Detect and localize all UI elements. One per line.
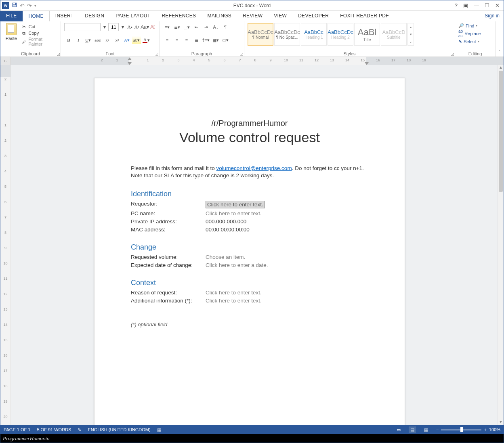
field-expected-date[interactable]: Click here to enter a date. xyxy=(206,262,268,268)
strikethrough-button[interactable]: abc xyxy=(93,36,102,44)
view-read-mode-icon[interactable]: ▭ xyxy=(395,426,402,433)
multilevel-list-icon[interactable]: ⬚▾ xyxy=(182,23,191,31)
zoom-in-icon[interactable]: + xyxy=(484,427,486,432)
grow-font-icon[interactable]: A▴ xyxy=(127,23,133,31)
italic-button[interactable]: I xyxy=(74,36,83,44)
clipboard-dialog-launcher-icon[interactable]: ◿ xyxy=(57,52,60,56)
format-painter-button[interactable]: 🖌 Format Painter xyxy=(21,37,57,46)
paragraph-dialog-launcher-icon[interactable]: ◿ xyxy=(240,52,243,56)
increase-indent-icon[interactable]: ⇥ xyxy=(202,23,210,31)
redo-icon[interactable]: ↷ xyxy=(27,2,32,9)
show-paragraph-marks-icon[interactable]: ¶ xyxy=(221,23,230,31)
style-title[interactable]: AaBlTitle xyxy=(354,23,380,46)
style-no-spacing[interactable]: AaBbCcDc¶ No Spac... xyxy=(274,23,300,46)
font-dialog-launcher-icon[interactable]: ◿ xyxy=(155,52,158,56)
decrease-indent-icon[interactable]: ⇤ xyxy=(192,23,201,31)
field-additional-info[interactable]: Click here to enter text. xyxy=(206,298,262,304)
copy-button[interactable]: ⧉ Copy xyxy=(21,30,57,36)
font-size-dropdown-icon[interactable]: ▾ xyxy=(120,23,126,31)
email-link[interactable]: volumecontrol@enterprise.com xyxy=(216,165,292,171)
cut-button[interactable]: ✂ Cut xyxy=(21,24,57,29)
tab-insert[interactable]: INSERT xyxy=(50,11,80,21)
tab-design[interactable]: DESIGN xyxy=(79,11,110,21)
scroll-thumb[interactable] xyxy=(499,71,503,192)
status-language[interactable]: ENGLISH (UNITED KINGDOM) xyxy=(88,427,150,432)
numbering-icon[interactable]: ≣▾ xyxy=(172,23,181,31)
justify-icon[interactable]: ≣ xyxy=(192,36,201,44)
tab-home[interactable]: HOME xyxy=(23,11,50,21)
status-proofing-icon[interactable]: ✎ xyxy=(78,427,81,433)
scroll-down-icon[interactable]: ▼ xyxy=(498,420,504,425)
highlight-icon[interactable]: ab▾ xyxy=(132,36,141,44)
tab-selector[interactable]: L xyxy=(0,57,11,65)
shrink-font-icon[interactable]: A▾ xyxy=(134,23,140,31)
field-reason[interactable]: Click here to enter text. xyxy=(206,290,262,296)
vertical-ruler[interactable]: 211234567891011121314151617181920 xyxy=(0,65,11,425)
styles-more-icon[interactable]: ▴▾⌄ xyxy=(407,23,414,46)
hanging-indent-icon[interactable] xyxy=(128,62,132,65)
tab-file[interactable]: FILE xyxy=(0,11,23,21)
field-pc-name[interactable]: Click here to enter text. xyxy=(206,210,262,216)
tab-developer[interactable]: DEVELOPER xyxy=(292,11,334,21)
document-canvas[interactable]: /r/ProgrammerHumor Volume control reques… xyxy=(11,65,498,425)
subscript-button[interactable]: x2 xyxy=(103,36,112,44)
style-subtitle[interactable]: AaBbCcDSubtitle xyxy=(381,23,407,46)
borders-icon[interactable]: ▭▾ xyxy=(221,36,230,44)
horizontal-ruler[interactable]: 2112345678910111213141516171819 xyxy=(11,57,504,65)
clear-formatting-icon[interactable]: A⃠ xyxy=(150,23,156,31)
font-name-dropdown-icon[interactable]: ▾ xyxy=(101,23,107,31)
collapse-ribbon-icon[interactable]: ˆ xyxy=(496,50,504,57)
tab-references[interactable]: REFERENCES xyxy=(156,11,202,21)
view-print-layout-icon[interactable]: ▤ xyxy=(409,426,416,433)
zoom-percent[interactable]: 100% xyxy=(489,427,500,432)
status-macros-icon[interactable]: ▦ xyxy=(157,427,161,433)
field-requestor[interactable]: Click here to enter text. xyxy=(206,201,265,208)
sign-in-link[interactable]: Sign in xyxy=(481,11,504,21)
bullets-icon[interactable]: ≡▾ xyxy=(163,23,172,31)
zoom-slider[interactable] xyxy=(441,429,481,430)
change-case-icon[interactable]: Aa▾ xyxy=(141,23,149,31)
replace-button[interactable]: abacReplace xyxy=(458,29,492,38)
undo-icon[interactable]: ↶ xyxy=(20,2,25,9)
minimize-icon[interactable]: — xyxy=(474,2,479,8)
find-button[interactable]: 🔎Find▾ xyxy=(458,23,492,28)
view-web-layout-icon[interactable]: ▦ xyxy=(422,426,430,433)
style-heading-1[interactable]: AaBbCcHeading 1 xyxy=(301,23,327,46)
status-words[interactable]: 5 OF 91 WORDS xyxy=(37,427,71,432)
bold-button[interactable]: B xyxy=(64,36,73,44)
shading-icon[interactable]: ▦▾ xyxy=(211,36,220,44)
styles-dialog-launcher-icon[interactable]: ◿ xyxy=(451,52,454,56)
vertical-scrollbar[interactable]: ▲ ▼ xyxy=(498,65,504,425)
word-app-icon[interactable]: W xyxy=(2,2,9,9)
font-color-icon[interactable]: A▾ xyxy=(142,36,151,44)
qat-customize-icon[interactable]: ▾ xyxy=(34,4,36,8)
select-button[interactable]: ⬉Select▾ xyxy=(458,39,492,44)
align-left-icon[interactable]: ≡ xyxy=(163,36,172,44)
scroll-up-icon[interactable]: ▲ xyxy=(498,65,504,71)
tab-foxit-reader-pdf[interactable]: FOXIT READER PDF xyxy=(334,11,395,21)
close-icon[interactable]: ✕ xyxy=(495,2,500,8)
right-indent-icon[interactable] xyxy=(365,62,369,65)
field-private-ip[interactable]: 000.000.000.000 xyxy=(206,218,246,225)
style-normal[interactable]: AaBbCcDc¶ Normal xyxy=(248,23,273,46)
style-heading-2[interactable]: AaBbCcDcHeading 2 xyxy=(328,23,353,46)
ribbon-display-icon[interactable]: ▣ xyxy=(463,2,468,8)
zoom-out-icon[interactable]: − xyxy=(436,427,439,432)
sort-icon[interactable]: A↓ xyxy=(211,23,220,31)
align-center-icon[interactable]: ≡ xyxy=(172,36,181,44)
zoom-knob[interactable] xyxy=(460,427,463,432)
status-page[interactable]: PAGE 1 OF 1 xyxy=(4,427,30,432)
align-right-icon[interactable]: ≡ xyxy=(182,36,191,44)
superscript-button[interactable]: x2 xyxy=(113,36,122,44)
line-spacing-icon[interactable]: ‡≡▾ xyxy=(202,36,210,44)
font-name-input[interactable] xyxy=(64,23,101,31)
tab-page-layout[interactable]: PAGE LAYOUT xyxy=(110,11,156,21)
underline-button[interactable]: U▾ xyxy=(84,36,92,44)
tab-review[interactable]: REVIEW xyxy=(237,11,268,21)
tab-mailings[interactable]: MAILINGS xyxy=(202,11,237,21)
font-size-input[interactable] xyxy=(108,23,119,31)
save-icon[interactable] xyxy=(12,2,17,9)
text-effects-icon[interactable]: A▾ xyxy=(122,36,131,44)
maximize-icon[interactable]: ☐ xyxy=(485,2,489,8)
help-icon[interactable]: ? xyxy=(455,2,458,8)
